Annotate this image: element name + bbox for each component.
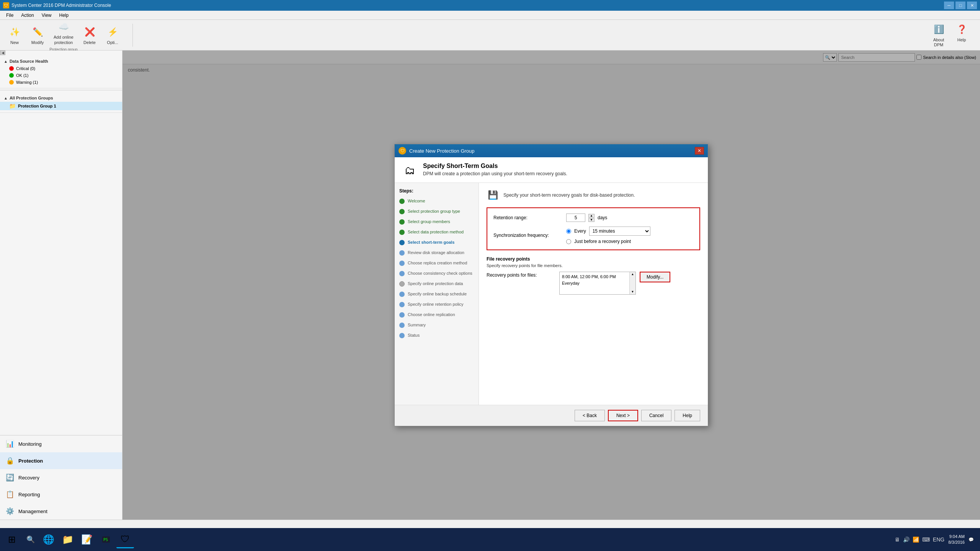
app-window: 🛡 System Center 2016 DPM Administrator C… [0, 0, 980, 528]
minimize-button[interactable]: ─ [944, 2, 954, 9]
taskbar-dpm[interactable]: 🛡 [116, 531, 134, 548]
nav-management[interactable]: ⚙️ Management [0, 503, 122, 520]
step-online-data-label: Specify online protection data [408, 281, 463, 286]
help-dialog-button[interactable]: Help [675, 410, 700, 421]
sync-interval-dropdown[interactable]: 15 minutes 30 minutes 1 hour 2 hours 4 h… [589, 227, 650, 236]
step-select-type-label: Select protection group type [408, 209, 460, 214]
step-online-backup-label: Specify online backup schedule [408, 291, 467, 297]
sidebar-item-critical[interactable]: Critical (0) [0, 65, 122, 72]
step-online-data[interactable]: Specify online protection data [399, 280, 474, 287]
step-select-members[interactable]: Select group members [399, 218, 474, 225]
retention-decrement-button[interactable]: ▼ [588, 218, 595, 222]
new-icon: ✨ [8, 25, 21, 39]
screen-icon[interactable]: 🖥 [895, 536, 900, 543]
sidebar-collapse-button[interactable]: ◀ [0, 51, 5, 55]
taskbar-explorer[interactable]: 📁 [59, 531, 77, 548]
sidebar-protection-groups-header[interactable]: ▲ All Protection Groups [0, 94, 122, 102]
modify-button[interactable]: ✏️ Modify [27, 24, 48, 47]
new-button[interactable]: ✨ New [4, 24, 25, 47]
add-online-protection-button[interactable]: ☁️ Add onlineprotection [50, 18, 77, 46]
taskbar-ie[interactable]: 🌐 [40, 531, 57, 548]
add-online-label: Add onlineprotection [54, 35, 74, 45]
menu-help[interactable]: Help [56, 12, 73, 19]
sync-radio-group: Every 15 minutes 30 minutes 1 hour 2 hou… [566, 227, 650, 244]
retention-unit: days [598, 215, 607, 220]
menu-view[interactable]: View [38, 12, 56, 19]
nav-management-label: Management [18, 509, 47, 514]
sidebar-protection-groups-label: All Protection Groups [10, 96, 53, 100]
step-replica-method-label: Choose replica creation method [408, 260, 467, 266]
about-button[interactable]: ℹ️ AboutDPM [928, 21, 949, 49]
step-online-replication[interactable]: Choose online replication [399, 311, 474, 318]
step-select-type[interactable]: Select protection group type [399, 208, 474, 215]
sync-label: Synchronization frequency: [493, 233, 562, 238]
menu-action[interactable]: Action [17, 12, 38, 19]
sidebar-pg1-label: Protection Group 1 [18, 104, 56, 108]
step-consistency-label: Choose consistency check options [408, 271, 472, 276]
disk-hint-icon: 💾 [487, 189, 499, 201]
delete-button[interactable]: ❌ Delete [79, 24, 100, 47]
scroll-down-button[interactable]: ▼ [631, 290, 634, 293]
add-online-icon: ☁️ [57, 20, 70, 34]
step-replica-method[interactable]: Choose replica creation method [399, 259, 474, 267]
step-summary[interactable]: Summary [399, 321, 474, 329]
step-short-term[interactable]: Select short-term goals [399, 239, 474, 246]
about-label: AboutDPM [933, 37, 944, 47]
modify-label: Modify [31, 40, 44, 45]
sidebar-item-ok[interactable]: OK (1) [0, 72, 122, 79]
nav-recovery[interactable]: 🔄 Recovery [0, 469, 122, 486]
taskbar-search-button[interactable]: 🔍 [23, 532, 38, 547]
sync-every-radio[interactable] [566, 229, 571, 234]
sidebar-item-protection-group-1[interactable]: 📁 Protection Group 1 [0, 102, 122, 110]
step-welcome[interactable]: Welcome [399, 197, 474, 205]
network-icon[interactable]: 📶 [913, 536, 919, 543]
sidebar-data-source-header[interactable]: ▲ Data Source Health [0, 57, 122, 65]
notification-icon[interactable]: 💬 [969, 537, 974, 542]
step-online-replication-dot [399, 312, 405, 318]
taskbar-clock[interactable]: 9:04 AM 8/3/2016 [948, 534, 965, 546]
step-status[interactable]: Status [399, 332, 474, 339]
sync-frequency-row: Synchronization frequency: Every 15 minu… [493, 227, 693, 244]
sync-recovery-point-radio[interactable] [566, 239, 571, 244]
nav-protection[interactable]: 🔒 Protection [0, 452, 122, 469]
retention-input[interactable] [566, 214, 585, 222]
start-button[interactable]: ⊞ [2, 530, 21, 549]
file-recovery-section: File recovery points Specify recovery po… [487, 256, 700, 295]
scroll-up-button[interactable]: ▲ [631, 273, 634, 276]
keyboard-icon[interactable]: ⌨ [922, 536, 930, 543]
recovery-points-list: 8:00 AM, 12:00 PM, 6:00 PM Everyday ▲ ▼ [559, 272, 636, 295]
step-online-backup[interactable]: Specify online backup schedule [399, 290, 474, 298]
close-button[interactable]: ✕ [967, 2, 977, 9]
nav-reporting[interactable]: 📋 Reporting [0, 486, 122, 503]
sidebar-item-warning[interactable]: Warning (1) [0, 79, 122, 86]
dialog-body: Steps: Welcome Select protection group t… [395, 183, 708, 405]
sidebar-data-source-health: ▲ Data Source Health Critical (0) OK (1)… [0, 55, 122, 88]
taskbar-cmd[interactable]: PS [97, 531, 115, 548]
next-button[interactable]: Next > [608, 410, 638, 421]
chevron-down-icon: ▲ [4, 59, 8, 64]
back-button[interactable]: < Back [575, 410, 605, 421]
nav-monitoring[interactable]: 📊 Monitoring [0, 435, 122, 452]
step-online-retention[interactable]: Specify online retention policy [399, 301, 474, 308]
retention-increment-button[interactable]: ▲ [588, 214, 595, 218]
step-select-method-label: Select data protection method [408, 229, 464, 235]
steps-panel: Steps: Welcome Select protection group t… [395, 183, 479, 405]
delete-label: Delete [83, 40, 96, 45]
optimize-button[interactable]: ⚡ Opti... [102, 24, 123, 47]
cancel-button[interactable]: Cancel [641, 410, 671, 421]
step-replica-method-dot [399, 261, 405, 266]
sidebar: ◀ ▲ Data Source Health Critical (0) OK (… [0, 51, 122, 520]
dialog-close-button[interactable]: ✕ [695, 147, 704, 155]
step-online-data-dot [399, 281, 405, 287]
taskbar-notepad[interactable]: 📝 [78, 531, 96, 548]
step-disk-storage[interactable]: Review disk storage allocation [399, 249, 474, 256]
toolbar-separator [132, 24, 133, 47]
step-consistency[interactable]: Choose consistency check options [399, 270, 474, 277]
menu-file[interactable]: File [2, 12, 17, 19]
volume-icon[interactable]: 🔊 [903, 536, 910, 543]
step-select-method[interactable]: Select data protection method [399, 228, 474, 236]
about-icon: ℹ️ [932, 23, 946, 36]
maximize-button[interactable]: □ [956, 2, 965, 9]
help-toolbar-button[interactable]: ❓ Help [951, 21, 972, 49]
modify-recovery-points-button[interactable]: Modify... [640, 272, 670, 282]
